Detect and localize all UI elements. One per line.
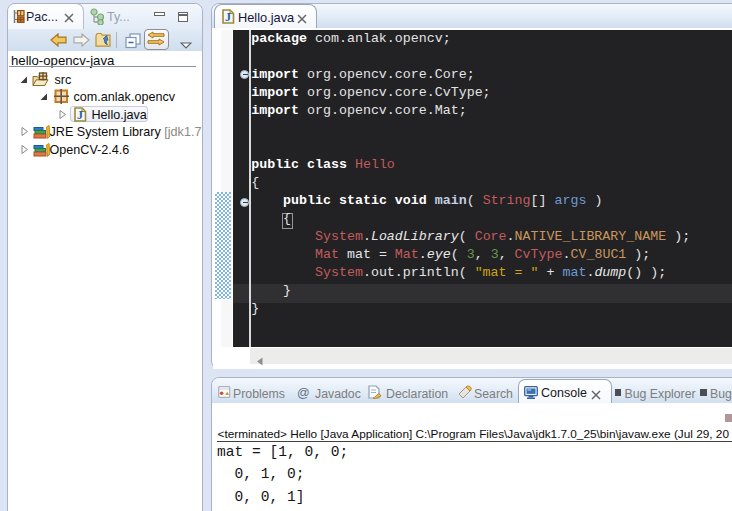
- svg-text:J: J: [77, 108, 83, 122]
- svg-text:J: J: [225, 10, 231, 24]
